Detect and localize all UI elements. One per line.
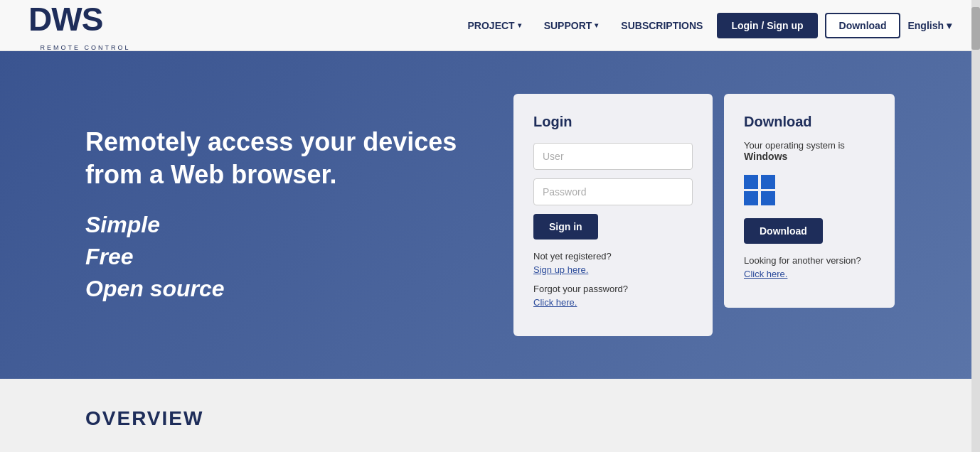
hero-text: Remotely access your devices from a Web …	[85, 126, 471, 305]
nav-item-project[interactable]: PROJECT ▾	[468, 20, 521, 31]
svg-text:|: |	[30, 1, 38, 38]
nav-actions: Login / Sign up Download English ▾	[717, 13, 952, 38]
nav-links: PROJECT ▾ SUPPORT ▾ SUBSCRIPTIONS	[468, 20, 703, 31]
hero-section: Remotely access your devices from a Web …	[0, 51, 980, 379]
download-card-title: Download	[744, 114, 875, 130]
logo[interactable]: DWS | REMOTE CONTROL	[28, 0, 142, 51]
password-input[interactable]	[533, 178, 693, 205]
hero-cards: Login Sign in Not yet registered? Sign u…	[513, 94, 895, 336]
forgot-password-text: Forgot your password?	[533, 284, 693, 294]
another-version-text: Looking for another version?	[744, 255, 875, 266]
svg-text:DWS: DWS	[28, 1, 102, 38]
nav-item-support[interactable]: SUPPORT ▾	[544, 20, 599, 31]
download-button[interactable]: Download	[744, 218, 823, 244]
login-card-title: Login	[533, 114, 693, 130]
os-text: Your operating system is Windows	[744, 140, 875, 162]
chevron-down-icon: ▾	[595, 21, 598, 29]
nav-item-subscriptions[interactable]: SUBSCRIPTIONS	[621, 20, 703, 31]
login-card: Login Sign in Not yet registered? Sign u…	[513, 94, 713, 336]
os-name: Windows	[744, 151, 787, 162]
forgot-password-link[interactable]: Click here.	[533, 297, 693, 308]
logo-text: DWS |	[28, 0, 142, 43]
signin-button[interactable]: Sign in	[533, 214, 598, 240]
scrollbar[interactable]	[971, 0, 980, 452]
login-signup-button[interactable]: Login / Sign up	[717, 13, 817, 38]
user-input[interactable]	[533, 143, 693, 170]
navbar: DWS | REMOTE CONTROL PROJECT ▾ SUPPORT ▾…	[0, 0, 980, 51]
chevron-down-icon: ▾	[518, 21, 521, 29]
hero-taglines: Simple Free Open source	[85, 209, 471, 304]
download-nav-button[interactable]: Download	[825, 13, 901, 38]
tagline-simple: Simple	[85, 209, 471, 241]
download-card: Download Your operating system is Window…	[724, 94, 895, 308]
logo-subtitle: REMOTE CONTROL	[40, 44, 130, 51]
hero-title: Remotely access your devices from a Web …	[85, 126, 471, 193]
language-selector[interactable]: English ▾	[907, 20, 952, 31]
another-version-link[interactable]: Click here.	[744, 269, 875, 279]
tagline-free: Free	[85, 241, 471, 273]
signup-link[interactable]: Sign up here.	[533, 264, 693, 275]
not-registered-text: Not yet registered?	[533, 251, 693, 262]
windows-logo-icon	[744, 175, 775, 205]
overview-section: OVERVIEW	[0, 379, 980, 452]
tagline-opensource: Open source	[85, 273, 471, 305]
scrollbar-thumb[interactable]	[971, 7, 980, 50]
overview-title: OVERVIEW	[85, 407, 895, 430]
chevron-down-icon: ▾	[947, 20, 952, 31]
